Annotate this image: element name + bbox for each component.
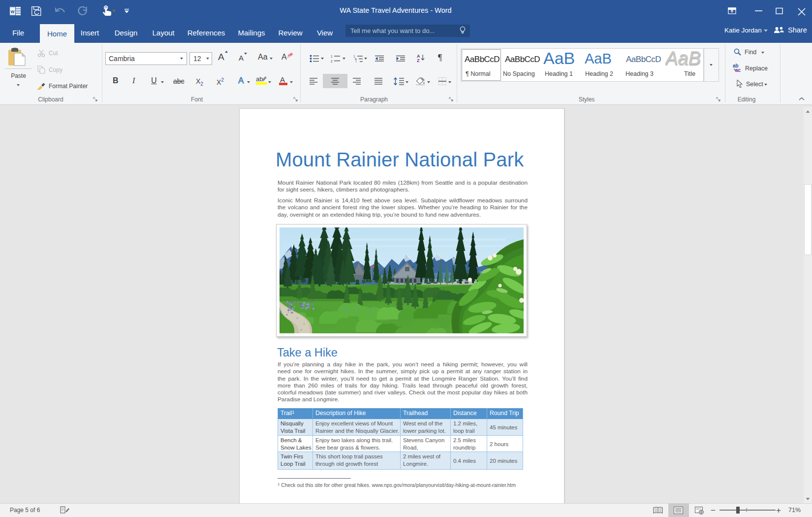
svg-text:Z: Z (417, 58, 420, 63)
svg-text:1: 1 (331, 55, 333, 58)
svg-text:w: w (10, 9, 15, 14)
svg-text:ac: ac (735, 67, 741, 72)
svg-text:i: i (356, 60, 356, 63)
svg-text:2: 2 (331, 60, 333, 63)
